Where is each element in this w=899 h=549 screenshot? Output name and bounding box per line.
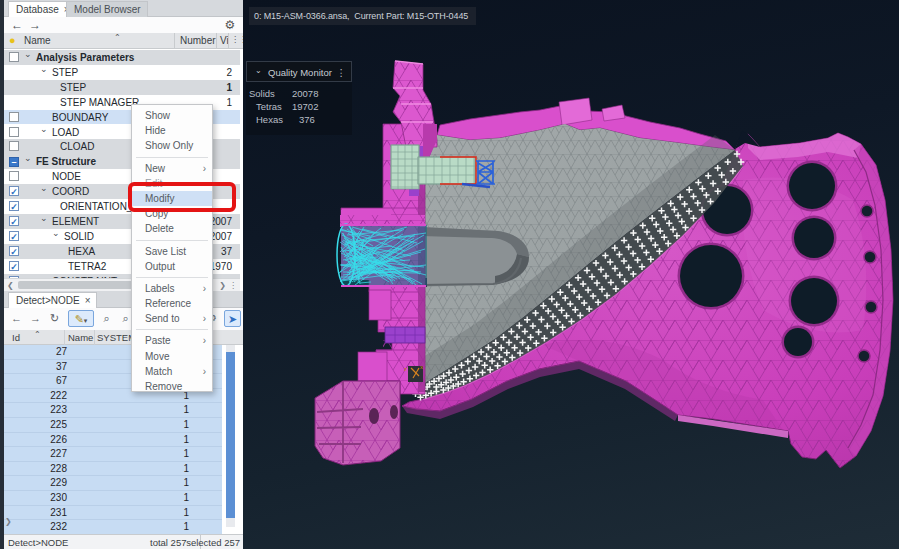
svg-text:x: x	[420, 364, 423, 370]
svg-text:z: z	[404, 366, 407, 372]
